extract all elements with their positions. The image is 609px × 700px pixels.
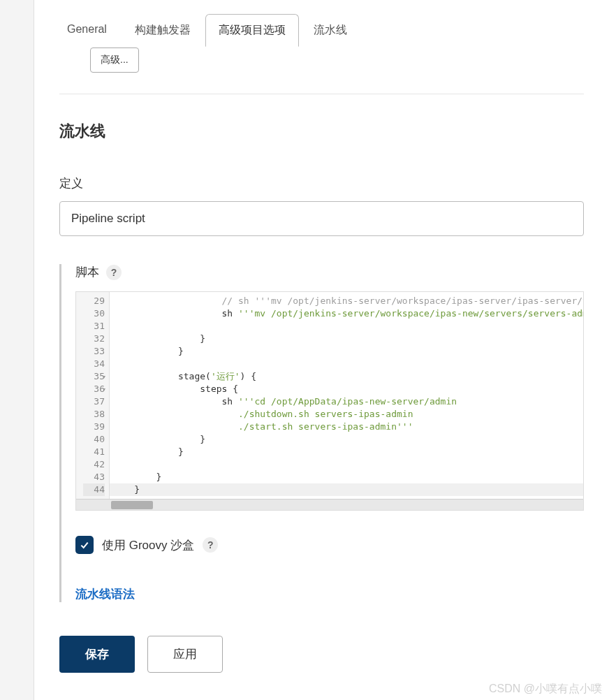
code-line[interactable]: // sh '''mv /opt/jenkins-server/workspac…: [110, 295, 583, 307]
apply-button[interactable]: 应用: [147, 636, 223, 673]
line-number: 29: [83, 295, 105, 307]
line-number: 41: [83, 446, 105, 458]
editor-gutter: 29303132333435363738394041424344: [76, 292, 110, 499]
line-number: 30: [83, 307, 105, 320]
line-number: 31: [83, 320, 105, 333]
tab-general[interactable]: General: [54, 14, 120, 47]
script-label: 脚本: [75, 264, 99, 280]
line-number: 39: [83, 421, 105, 433]
definition-select[interactable]: Pipeline script: [59, 201, 584, 236]
advanced-button[interactable]: 高级...: [90, 48, 139, 73]
save-button[interactable]: 保存: [59, 636, 135, 673]
code-line[interactable]: ./shutdown.sh servers-ipas-admin: [110, 408, 583, 421]
line-number: 32: [83, 333, 105, 345]
line-number: 42: [83, 458, 105, 471]
divider: [59, 94, 584, 94]
code-line[interactable]: stage('运行') {: [110, 370, 583, 383]
line-number: 34: [83, 358, 105, 370]
code-line[interactable]: sh '''mv /opt/jenkins-server/workspace/i…: [110, 307, 583, 320]
config-tabs: General 构建触发器 高级项目选项 流水线: [34, 0, 609, 48]
check-icon: [79, 539, 90, 550]
pipeline-syntax-link[interactable]: 流水线语法: [75, 588, 135, 601]
code-line[interactable]: }: [110, 433, 583, 446]
editor-code[interactable]: // sh '''mv /opt/jenkins-server/workspac…: [110, 292, 583, 499]
scrollbar-thumb[interactable]: [111, 501, 153, 509]
line-number: 40: [83, 433, 105, 446]
sandbox-label: 使用 Groovy 沙盒: [102, 537, 194, 553]
help-icon[interactable]: ?: [203, 537, 218, 553]
code-line[interactable]: [110, 458, 583, 471]
code-line[interactable]: [110, 358, 583, 370]
code-line[interactable]: }: [110, 333, 583, 345]
tab-triggers[interactable]: 构建触发器: [122, 14, 204, 47]
help-icon[interactable]: ?: [106, 265, 122, 280]
line-number: 36: [83, 383, 105, 395]
code-line[interactable]: steps {: [110, 383, 583, 395]
line-number: 37: [83, 395, 105, 408]
tab-pipeline[interactable]: 流水线: [300, 14, 360, 47]
script-editor[interactable]: 29303132333435363738394041424344 // sh '…: [75, 291, 584, 511]
code-line[interactable]: }: [110, 471, 583, 483]
code-line[interactable]: }: [110, 483, 583, 496]
line-number: 38: [83, 408, 105, 421]
code-line[interactable]: }: [110, 446, 583, 458]
code-line[interactable]: sh '''cd /opt/AppData/ipas-new-server/ad…: [110, 395, 583, 408]
line-number: 35: [83, 370, 105, 383]
line-number: 43: [83, 471, 105, 483]
sandbox-checkbox[interactable]: [75, 536, 94, 554]
tab-advanced[interactable]: 高级项目选项: [205, 14, 299, 47]
code-line[interactable]: ./start.sh servers-ipas-admin''': [110, 421, 583, 433]
code-line[interactable]: [110, 320, 583, 333]
line-number: 44: [83, 483, 105, 496]
definition-label: 定义: [59, 175, 584, 191]
line-number: 33: [83, 345, 105, 358]
horizontal-scrollbar[interactable]: [76, 499, 583, 510]
section-title-pipeline: 流水线: [59, 121, 584, 142]
code-line[interactable]: }: [110, 345, 583, 358]
